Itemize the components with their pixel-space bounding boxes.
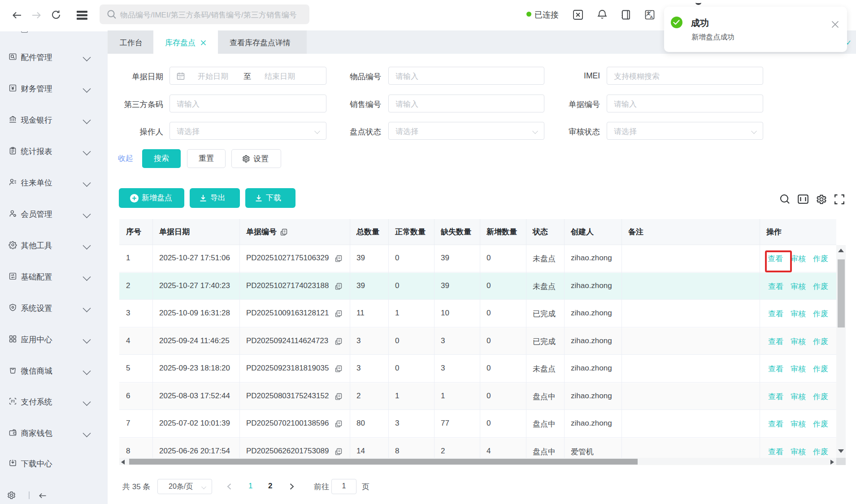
svg-text:A: A [650, 15, 653, 19]
